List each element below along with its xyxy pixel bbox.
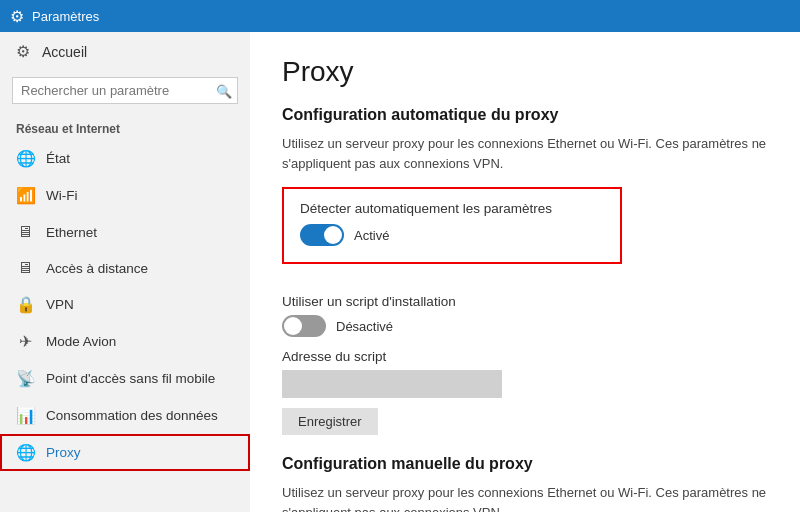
auto-detect-toggle-row: Activé [300,224,604,246]
sidebar-item-etat-label: État [46,151,70,166]
ethernet-icon: 🖥 [16,223,34,241]
manual-section-desc: Utilisez un serveur proxy pour les conne… [282,483,768,512]
home-icon: ⚙ [16,42,30,61]
content-area: Proxy Configuration automatique du proxy… [250,32,800,512]
wifi-icon: 📶 [16,186,34,205]
sidebar-item-mode-avion[interactable]: ✈ Mode Avion [0,323,250,360]
script-toggle[interactable] [282,315,326,337]
sidebar-item-vpn[interactable]: 🔒 VPN [0,286,250,323]
etat-icon: 🌐 [16,149,34,168]
manual-section: Configuration manuelle du proxy Utilisez… [282,455,768,512]
consommation-icon: 📊 [16,406,34,425]
auto-proxy-box: Détecter automatiquement les paramètres … [282,187,622,264]
sidebar-item-proxy-label: Proxy [46,445,81,460]
mode-avion-icon: ✈ [16,332,34,351]
sidebar-item-point-acces[interactable]: 📡 Point d'accès sans fil mobile [0,360,250,397]
auto-detect-label: Détecter automatiquement les paramètres [300,201,604,216]
toggle-knob [324,226,342,244]
script-section: Utiliser un script d'installation Désact… [282,294,768,337]
sidebar-item-wifi-label: Wi-Fi [46,188,77,203]
point-acces-icon: 📡 [16,369,34,388]
vpn-icon: 🔒 [16,295,34,314]
script-toggle-row: Désactivé [282,315,768,337]
sidebar-item-proxy[interactable]: 🌐 Proxy [0,434,250,471]
sidebar-item-wifi[interactable]: 📶 Wi-Fi [0,177,250,214]
acces-distance-icon: 🖥 [16,259,34,277]
title-bar: ⚙ Paramètres [0,0,800,32]
sidebar-item-acces-distance[interactable]: 🖥 Accès à distance [0,250,250,286]
main-layout: ⚙ Accueil 🔍 Réseau et Internet 🌐 État 📶 … [0,32,800,512]
sidebar-item-mode-avion-label: Mode Avion [46,334,116,349]
script-toggle-knob [284,317,302,335]
page-title: Proxy [282,56,768,88]
auto-detect-toggle[interactable] [300,224,344,246]
sidebar-item-home[interactable]: ⚙ Accueil [0,32,250,71]
manual-section-title: Configuration manuelle du proxy [282,455,768,473]
search-input[interactable] [12,77,238,104]
sidebar-item-point-acces-label: Point d'accès sans fil mobile [46,371,215,386]
save-button[interactable]: Enregistrer [282,408,378,435]
sidebar-search-container: 🔍 [12,77,238,104]
settings-icon: ⚙ [10,7,24,26]
script-address-label: Adresse du script [282,349,768,364]
sidebar-item-consommation[interactable]: 📊 Consommation des données [0,397,250,434]
sidebar-home-label: Accueil [42,44,87,60]
sidebar-item-vpn-label: VPN [46,297,74,312]
script-toggle-label: Désactivé [336,319,393,334]
auto-section-title: Configuration automatique du proxy [282,106,768,124]
auto-detect-toggle-label: Activé [354,228,389,243]
sidebar-item-consommation-label: Consommation des données [46,408,218,423]
sidebar-item-ethernet[interactable]: 🖥 Ethernet [0,214,250,250]
sidebar-item-acces-distance-label: Accès à distance [46,261,148,276]
sidebar: ⚙ Accueil 🔍 Réseau et Internet 🌐 État 📶 … [0,32,250,512]
proxy-icon: 🌐 [16,443,34,462]
title-bar-label: Paramètres [32,9,99,24]
search-icon: 🔍 [216,83,232,98]
script-section-label: Utiliser un script d'installation [282,294,768,309]
sidebar-item-ethernet-label: Ethernet [46,225,97,240]
script-address-input[interactable] [282,370,502,398]
sidebar-item-etat[interactable]: 🌐 État [0,140,250,177]
auto-section-desc: Utilisez un serveur proxy pour les conne… [282,134,768,173]
sidebar-section-label: Réseau et Internet [0,116,250,140]
